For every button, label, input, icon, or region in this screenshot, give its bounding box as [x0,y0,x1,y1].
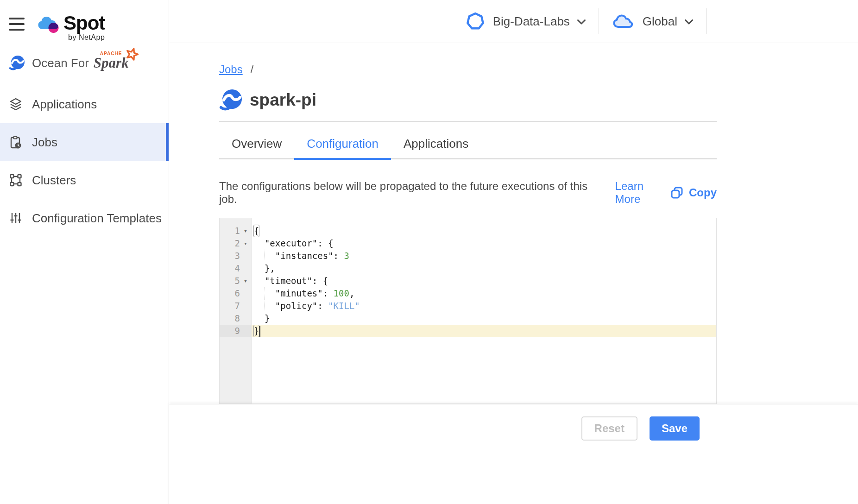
editor-gutter: 1▾2▾345▾6789 [220,218,252,403]
sidebar-item-applications[interactable]: Applications [0,85,169,123]
fold-arrow-icon[interactable]: ▾ [240,275,251,287]
fold-spacer [240,312,251,325]
copy-button[interactable]: Copy [671,186,717,199]
config-description: The configurations below will be propaga… [219,180,601,206]
sidebar-item-clusters[interactable]: Clusters [0,161,169,199]
hamburger-menu-icon[interactable] [9,18,25,34]
gutter-line-7: 7 [220,300,251,312]
code-token: } [253,325,259,337]
code-line-3[interactable]: "instances": 3 [252,250,716,262]
sidebar-item-label: Clusters [32,173,76,188]
tab-applications[interactable]: Applications [391,122,481,158]
ocean-for-spark-logo: Ocean For APACHE Spark [0,55,169,71]
fold-spacer [240,262,251,275]
code-token: "minutes": [254,288,334,298]
save-button[interactable]: Save [650,416,700,441]
clusters-icon [10,174,22,187]
gutter-line-9: 9 [220,325,251,337]
jobs-clipboard-icon [10,136,22,149]
sidebar-item-label: Jobs [32,135,57,150]
copy-label: Copy [689,186,717,199]
editor-code[interactable]: { "executor": { "instances": 3 }, "timeo… [252,218,716,403]
code-line-1[interactable]: { [252,225,716,237]
apache-spark-logo: APACHE Spark [94,57,129,69]
code-token: "timeout": { [254,276,328,286]
code-line-2[interactable]: "executor": { [252,237,716,250]
code-line-7[interactable]: "policy": "KILL" [252,300,716,312]
spark-wordmark: Spark [94,57,129,69]
tab-bar: Overview Configuration Applications [219,122,717,159]
indent-guide [265,287,265,300]
content-area: Jobs / spark-pi Overview Configuration A… [169,43,858,404]
top-header: Big-Data-Labs Global [169,0,858,43]
sliders-icon [10,212,22,225]
code-line-4[interactable]: }, [252,262,716,275]
indent-guide [265,250,265,262]
sidebar-item-label: Configuration Templates [32,211,162,226]
fold-spacer [240,250,251,262]
org-name: Big-Data-Labs [493,14,570,29]
breadcrumb: Jobs / [219,63,858,76]
ocean-wave-icon [219,88,243,112]
fold-arrow-icon[interactable]: ▾ [240,237,251,250]
breadcrumb-separator: / [250,63,253,76]
spot-logo: Spot by NetApp [37,14,105,42]
header-divider [706,8,707,34]
code-token: } [254,313,270,323]
app-window: Spot by NetApp Ocean For APACHE Spark [0,0,858,504]
spot-cloud-icon [37,15,60,33]
tab-overview[interactable]: Overview [219,122,294,158]
learn-more-link[interactable]: Learn More [615,180,671,206]
chevron-down-icon [577,19,586,25]
code-token: "policy": [254,301,328,311]
heptagon-org-icon [466,12,485,31]
sidebar-nav: Applications Jobs C [0,85,169,237]
spark-star-icon [125,47,139,61]
gutter-line-1: 1▾ [220,225,251,237]
breadcrumb-jobs-link[interactable]: Jobs [219,63,243,76]
brand-byline: by NetApp [68,33,105,42]
gutter-line-3: 3 [220,250,251,262]
code-line-8[interactable]: } [252,312,716,325]
gutter-line-4: 4 [220,262,251,275]
code-token: }, [254,263,275,273]
brand-name: Spot [63,14,105,32]
page-title: spark-pi [250,90,316,110]
code-token: "instances": [254,251,344,261]
code-line-9[interactable]: } [252,325,716,337]
product-name: Ocean For [32,56,89,70]
reset-button[interactable]: Reset [581,416,637,441]
fold-arrow-icon[interactable]: ▾ [240,225,251,237]
text-cursor [259,326,260,337]
copy-icon [671,187,683,199]
fold-spacer [240,300,251,312]
cloud-scope-icon [612,13,634,29]
chevron-down-icon [685,19,693,25]
sidebar-item-jobs[interactable]: Jobs [0,123,169,161]
sidebar-item-configuration-templates[interactable]: Configuration Templates [0,199,169,237]
gutter-line-5: 5▾ [220,275,251,287]
code-token: , [349,288,354,298]
fold-spacer [240,287,251,300]
apache-label: APACHE [100,51,122,56]
code-token: { [253,225,259,237]
tab-configuration[interactable]: Configuration [294,122,391,158]
gutter-line-2: 2▾ [220,237,251,250]
code-token: 3 [344,251,349,261]
header-divider [599,8,599,34]
gutter-line-6: 6 [220,287,251,300]
code-line-6[interactable]: "minutes": 100, [252,287,716,300]
sidebar-item-label: Applications [32,97,97,112]
code-token: "executor": { [254,238,334,248]
sidebar: Spot by NetApp Ocean For APACHE Spark [0,0,169,504]
layers-icon [10,98,22,111]
json-config-editor[interactable]: 1▾2▾345▾6789 { "executor": { "instances"… [219,218,717,404]
scope-selector[interactable]: Global [612,13,693,29]
indent-guide [265,300,265,312]
code-token: "KILL" [328,301,360,311]
fold-spacer [240,325,251,337]
code-token: 100 [334,288,349,298]
org-selector[interactable]: Big-Data-Labs [466,12,586,31]
code-line-5[interactable]: "timeout": { [252,275,716,287]
gutter-line-8: 8 [220,312,251,325]
